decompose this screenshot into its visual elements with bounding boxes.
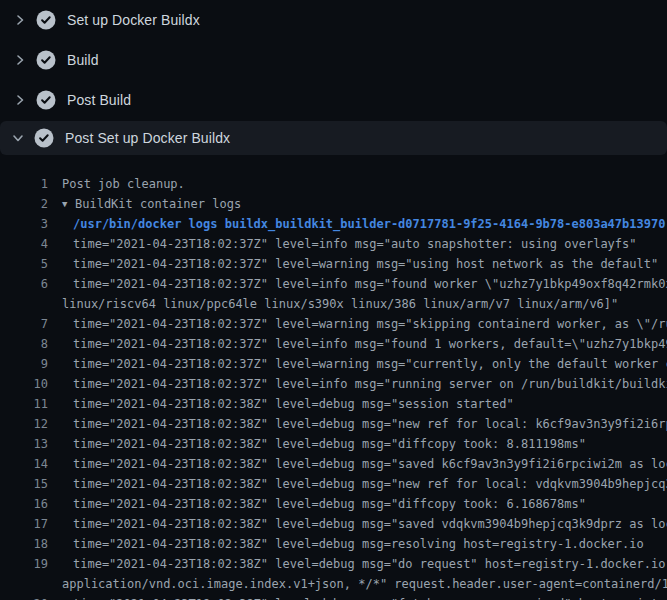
line-number[interactable]: 1 xyxy=(0,177,48,191)
line-number[interactable]: 7 xyxy=(0,317,48,331)
log-message: BuildKit container logs xyxy=(75,197,241,211)
line-number[interactable]: 8 xyxy=(0,337,48,351)
check-circle-icon xyxy=(34,128,54,148)
log-message: time="2021-04-23T18:02:37Z" level=warnin… xyxy=(73,357,667,371)
step-title: Set up Docker Buildx xyxy=(67,12,200,28)
log-line: 4time="2021-04-23T18:02:37Z" level=info … xyxy=(0,234,667,254)
log-line: 2▼BuildKit container logs xyxy=(0,194,667,214)
step-title: Post Build xyxy=(67,92,131,108)
log-line-wrap: linux/riscv64 linux/ppc64le linux/s390x … xyxy=(0,294,667,314)
log-message: linux/riscv64 linux/ppc64le linux/s390x … xyxy=(62,297,618,311)
log-message: time="2021-04-23T18:02:38Z" level=debug … xyxy=(73,537,644,551)
log-message: time="2021-04-23T18:02:37Z" level=warnin… xyxy=(73,257,658,271)
log-message: time="2021-04-23T18:02:38Z" level=debug … xyxy=(73,497,586,511)
steps-list: Set up Docker Buildx Build Post Build Po… xyxy=(0,0,667,155)
step-row-build[interactable]: Build xyxy=(0,40,667,80)
log-line: 17time="2021-04-23T18:02:38Z" level=debu… xyxy=(0,514,667,534)
log-message: time="2021-04-23T18:02:37Z" level=info m… xyxy=(73,277,667,291)
log-command-link[interactable]: /usr/bin/docker logs buildx_buildkit_bui… xyxy=(73,217,665,231)
log-message: time="2021-04-23T18:02:37Z" level=info m… xyxy=(73,237,637,251)
line-number[interactable]: 10 xyxy=(0,377,48,391)
check-circle-icon xyxy=(36,90,56,110)
chevron-right-icon xyxy=(13,93,27,107)
line-number[interactable]: 11 xyxy=(0,397,48,411)
log-line: 11time="2021-04-23T18:02:38Z" level=debu… xyxy=(0,394,667,414)
line-number[interactable]: 9 xyxy=(0,357,48,371)
log-line: 8time="2021-04-23T18:02:37Z" level=info … xyxy=(0,334,667,354)
log-line: 3/usr/bin/docker logs buildx_buildkit_bu… xyxy=(0,214,667,234)
log-line: 20time="2021-04-23T18:02:38Z" level=debu… xyxy=(0,594,667,600)
step-title: Build xyxy=(67,52,99,68)
log-line: 14time="2021-04-23T18:02:38Z" level=debu… xyxy=(0,454,667,474)
log-line: 1Post job cleanup. xyxy=(0,174,667,194)
step-row-set-up-docker-buildx[interactable]: Set up Docker Buildx xyxy=(0,0,667,40)
log-line: 16time="2021-04-23T18:02:38Z" level=debu… xyxy=(0,494,667,514)
check-circle-icon xyxy=(36,10,56,30)
line-number[interactable]: 15 xyxy=(0,477,48,491)
line-number[interactable]: 13 xyxy=(0,437,48,451)
log-message: time="2021-04-23T18:02:38Z" level=debug … xyxy=(73,557,667,571)
log-line: 15time="2021-04-23T18:02:38Z" level=debu… xyxy=(0,474,667,494)
log-line: 13time="2021-04-23T18:02:38Z" level=debu… xyxy=(0,434,667,454)
step-row-post-build[interactable]: Post Build xyxy=(0,80,667,120)
step-row-post-set-up-docker-buildx[interactable]: Post Set up Docker Buildx xyxy=(0,121,667,155)
log-message: application/vnd.oci.image.index.v1+json,… xyxy=(62,577,667,591)
line-number[interactable]: 19 xyxy=(0,557,48,571)
line-number[interactable]: 2 xyxy=(0,197,48,211)
log-line: 19time="2021-04-23T18:02:38Z" level=debu… xyxy=(0,554,667,574)
line-number[interactable]: 16 xyxy=(0,497,48,511)
line-number[interactable]: 14 xyxy=(0,457,48,471)
log-area: 1Post job cleanup.2▼BuildKit container l… xyxy=(0,160,667,600)
line-number[interactable]: 4 xyxy=(0,237,48,251)
log-message: time="2021-04-23T18:02:37Z" level=warnin… xyxy=(73,317,667,331)
line-number[interactable]: 18 xyxy=(0,537,48,551)
line-number[interactable]: 6 xyxy=(0,277,48,291)
line-number[interactable]: 17 xyxy=(0,517,48,531)
log-message: Post job cleanup. xyxy=(62,177,185,191)
log-message: time="2021-04-23T18:02:37Z" level=info m… xyxy=(73,337,667,351)
log-line: 9time="2021-04-23T18:02:37Z" level=warni… xyxy=(0,354,667,374)
log-line-wrap: application/vnd.oci.image.index.v1+json,… xyxy=(0,574,667,594)
log-line: 6time="2021-04-23T18:02:37Z" level=info … xyxy=(0,274,667,294)
log-message: time="2021-04-23T18:02:38Z" level=debug … xyxy=(73,477,667,491)
chevron-right-icon xyxy=(13,13,27,27)
log-line: 5time="2021-04-23T18:02:37Z" level=warni… xyxy=(0,254,667,274)
log-line: 10time="2021-04-23T18:02:37Z" level=info… xyxy=(0,374,667,394)
group-expand-triangle-icon[interactable]: ▼ xyxy=(62,199,75,209)
step-title: Post Set up Docker Buildx xyxy=(65,130,230,146)
line-number[interactable]: 5 xyxy=(0,257,48,271)
line-number[interactable]: 3 xyxy=(0,217,48,231)
log-message: time="2021-04-23T18:02:38Z" level=debug … xyxy=(73,457,667,471)
log-message: time="2021-04-23T18:02:38Z" level=debug … xyxy=(73,517,667,531)
log-message: time="2021-04-23T18:02:38Z" level=debug … xyxy=(73,437,586,451)
log-lines: 1Post job cleanup.2▼BuildKit container l… xyxy=(0,174,667,600)
line-number[interactable]: 12 xyxy=(0,417,48,431)
log-message: time="2021-04-23T18:02:37Z" level=info m… xyxy=(73,377,667,391)
log-message: time="2021-04-23T18:02:38Z" level=debug … xyxy=(73,417,667,431)
log-message: time="2021-04-23T18:02:38Z" level=debug … xyxy=(73,397,514,411)
check-circle-icon xyxy=(36,50,56,70)
log-line: 18time="2021-04-23T18:02:38Z" level=debu… xyxy=(0,534,667,554)
log-line: 7time="2021-04-23T18:02:37Z" level=warni… xyxy=(0,314,667,334)
chevron-right-icon xyxy=(13,53,27,67)
log-line: 12time="2021-04-23T18:02:38Z" level=debu… xyxy=(0,414,667,434)
chevron-down-icon xyxy=(11,131,25,145)
